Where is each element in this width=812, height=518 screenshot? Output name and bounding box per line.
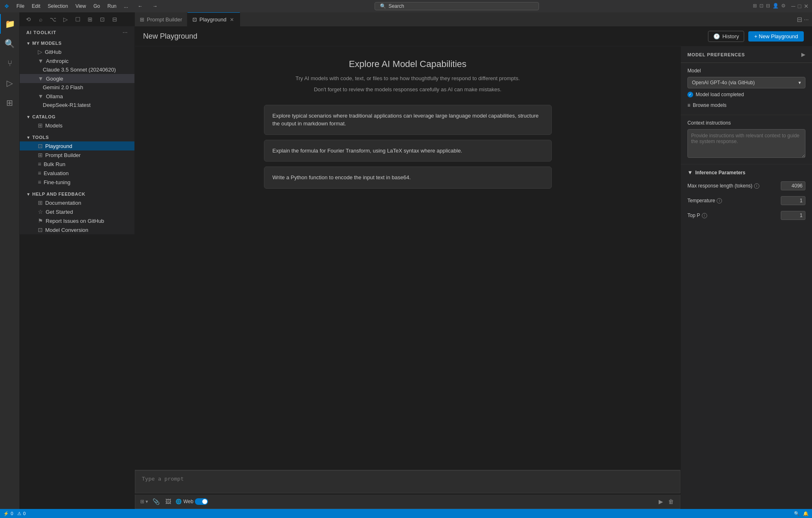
attach-image-btn[interactable]: 🖼 xyxy=(164,497,172,506)
sidebar-item-anthropic[interactable]: ▼ Anthropic xyxy=(20,56,134,65)
prompt-card-1-text: Explain the formula for Fourier Transfor… xyxy=(273,148,463,154)
playground-icon: ⊡ xyxy=(38,143,43,149)
temperature-info-icon[interactable]: i xyxy=(717,198,722,204)
menu-selection[interactable]: Selection xyxy=(44,2,71,10)
sidebar-item-google[interactable]: ▼ Google xyxy=(20,74,134,83)
sidebar-item-docs[interactable]: ⊞ Documentation xyxy=(20,198,134,207)
toolbar-btn-4[interactable]: ▷ xyxy=(60,14,71,25)
toolbar-btn-7[interactable]: ⊡ xyxy=(97,14,108,25)
section-my-models[interactable]: ▼ MY MODELS xyxy=(20,38,134,47)
sidebar-item-evaluation[interactable]: ≡ Evaluation xyxy=(20,169,134,178)
menu-file[interactable]: File xyxy=(13,2,28,10)
prompt-input[interactable] xyxy=(135,470,680,493)
toolbar-btn-5[interactable]: ☐ xyxy=(72,14,83,25)
sidebar-item-deepseek[interactable]: DeepSeek-R1:latest xyxy=(20,101,134,109)
nav-forward[interactable]: → xyxy=(149,2,161,10)
menu-view[interactable]: View xyxy=(72,2,89,10)
split-editor-btn[interactable]: ⊟ xyxy=(797,16,802,23)
github-label: GitHub xyxy=(45,49,61,55)
toolbar-btn-1[interactable]: ⟲ xyxy=(23,14,34,25)
playground-tab-close[interactable]: ✕ xyxy=(229,16,235,23)
max-tokens-info-icon[interactable]: i xyxy=(754,183,759,189)
layout-btn-3[interactable]: ⊟ xyxy=(766,3,770,9)
sidebar-item-models[interactable]: ⊞ Models xyxy=(20,121,134,130)
history-button[interactable]: 🕐 History xyxy=(708,31,744,42)
search-label: Search xyxy=(389,3,404,9)
evaluation-icon: ≡ xyxy=(38,170,41,176)
status-branch[interactable]: ⚡ 0 xyxy=(3,511,13,516)
prompt-card-0[interactable]: Explore typical scenarios where traditio… xyxy=(264,105,552,135)
sidebar-more-btn[interactable]: ··· xyxy=(123,30,128,35)
tab-playground[interactable]: ⊡ Playground ✕ xyxy=(187,12,240,26)
menu-go[interactable]: Go xyxy=(90,2,103,10)
sidebar-item-get-started[interactable]: ☆ Get Started xyxy=(20,207,134,216)
toolbar-btn-6[interactable]: ⊞ xyxy=(85,14,95,25)
context-textarea[interactable] xyxy=(687,129,805,158)
model-select-chevron: ▾ xyxy=(798,80,801,86)
explore-title: Explore AI Model Capabilities xyxy=(296,59,520,69)
close-btn[interactable]: ✕ xyxy=(804,3,809,9)
minimize-btn[interactable]: ─ xyxy=(791,3,796,9)
new-playground-button[interactable]: + New Playground xyxy=(748,31,804,42)
sidebar-item-github[interactable]: ▷ GitHub xyxy=(20,47,134,56)
max-tokens-input[interactable] xyxy=(781,181,805,190)
sidebar-item-gemini[interactable]: Gemini 2.0 Flash xyxy=(20,83,134,92)
status-warnings[interactable]: ⚠ 0 xyxy=(17,511,25,516)
menu-more[interactable]: ... xyxy=(120,2,131,10)
menu-edit[interactable]: Edit xyxy=(28,2,44,10)
activity-explorer[interactable]: 📁 xyxy=(0,14,20,34)
search-box[interactable]: 🔍 Search xyxy=(375,2,539,10)
section-catalog-label: CATALOG xyxy=(32,114,56,119)
section-catalog[interactable]: ▼ CATALOG xyxy=(20,112,134,121)
search-area: 🔍 Search xyxy=(164,2,749,10)
sidebar-item-playground[interactable]: ⊡ Playground xyxy=(20,141,134,150)
toolbar-btn-3[interactable]: ⌥ xyxy=(48,14,58,25)
attach-file-btn[interactable]: 📎 xyxy=(151,497,161,506)
toolbar-btn-2[interactable]: ⌕ xyxy=(35,14,46,25)
prompt-card-2[interactable]: Write a Python function to encode the in… xyxy=(264,166,552,189)
prompt-card-1[interactable]: Explain the formula for Fourier Transfor… xyxy=(264,140,552,162)
section-tools[interactable]: ▼ TOOLS xyxy=(20,132,134,141)
status-search-btn[interactable]: 🔍 xyxy=(794,511,800,516)
sidebar-item-claude[interactable]: Claude 3.5 Sonnet (20240620) xyxy=(20,65,134,74)
menu-run[interactable]: Run xyxy=(104,2,120,10)
sidebar-item-ollama[interactable]: ▼ Ollama xyxy=(20,92,134,101)
temperature-input[interactable] xyxy=(781,196,805,205)
input-mode-dropdown[interactable]: ⊞ ▾ xyxy=(140,499,148,504)
status-bar: ⚡ 0 ⚠ 0 🔍 🔔 xyxy=(0,509,812,518)
more-tabs-btn[interactable]: ··· xyxy=(804,16,809,23)
layout-btn-1[interactable]: ⊞ xyxy=(753,3,757,9)
status-notifications-btn[interactable]: 🔔 xyxy=(803,511,809,516)
sidebar-item-report-issues[interactable]: ⚑ Report Issues on GitHub xyxy=(20,216,134,225)
top-p-info-icon[interactable]: i xyxy=(702,213,707,218)
tab-prompt-builder[interactable]: ⊞ Prompt Builder xyxy=(135,12,187,26)
nav-back[interactable]: ← xyxy=(134,2,146,10)
model-select[interactable]: OpenAI GPT-4o (via GitHub) ▾ xyxy=(687,77,805,88)
activity-search[interactable]: 🔍 xyxy=(0,34,20,53)
layout-btn-2[interactable]: ⊡ xyxy=(759,3,763,9)
sidebar-item-bulk-run[interactable]: ≡ Bulk Run xyxy=(20,160,134,169)
inference-header[interactable]: ▼ Inference Parameters xyxy=(687,169,805,176)
prompt-builder-tab-icon: ⊞ xyxy=(140,16,144,23)
section-help[interactable]: ▼ HELP AND FEEDBACK xyxy=(20,189,134,198)
maximize-btn[interactable]: □ xyxy=(798,3,801,9)
right-panel-title: MODEL PREFERENCES xyxy=(687,52,745,57)
sidebar-item-model-conversion[interactable]: ⊡ Model Conversion xyxy=(20,225,134,234)
toolbar-btn-8[interactable]: ⊟ xyxy=(109,14,120,25)
web-toggle-switch[interactable] xyxy=(195,498,208,505)
clear-btn[interactable]: 🗑 xyxy=(667,497,675,506)
settings-icon[interactable]: ⚙ xyxy=(781,3,786,9)
sidebar-item-finetuning[interactable]: ≡ Fine-tuning xyxy=(20,178,134,187)
sidebar-toolbar: ⟲ ⌕ ⌥ ▷ ☐ ⊞ ⊡ ⊟ xyxy=(20,12,135,27)
sidebar-item-prompt-builder[interactable]: ⊞ Prompt Builder xyxy=(20,150,134,160)
activity-extensions[interactable]: ⊞ xyxy=(0,93,20,113)
browse-models-btn[interactable]: ≡ Browse models xyxy=(687,101,805,110)
right-panel-collapse-btn[interactable]: ▶ xyxy=(801,51,805,58)
get-started-icon: ☆ xyxy=(38,208,43,215)
send-btn[interactable]: ▶ xyxy=(657,497,664,506)
context-section: Context instructions xyxy=(681,115,812,164)
account-icon[interactable]: 👤 xyxy=(773,3,779,9)
top-p-input[interactable] xyxy=(781,211,805,220)
activity-debug[interactable]: ▷ xyxy=(0,73,20,93)
activity-git[interactable]: ⑂ xyxy=(0,53,20,73)
